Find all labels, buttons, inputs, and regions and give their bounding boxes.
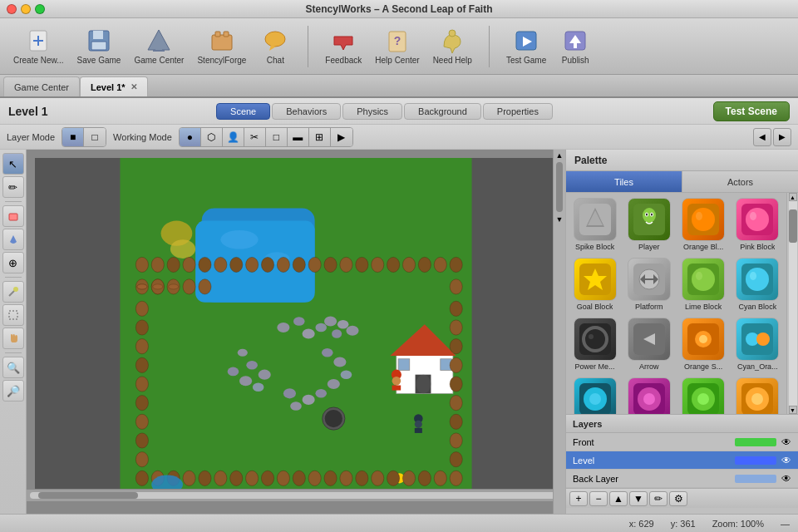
- wand-tool[interactable]: [2, 281, 24, 303]
- zoom-in-tool[interactable]: 🔍: [2, 357, 24, 378]
- feedback-button[interactable]: Feedback: [320, 24, 367, 68]
- zoom-plus-tool[interactable]: ⊕: [2, 252, 24, 273]
- layer-row-front[interactable]: Front 👁: [566, 433, 798, 451]
- layer-front-visibility[interactable]: 👁: [781, 436, 791, 448]
- palette-item-power-me[interactable]: Power Me...: [568, 314, 622, 374]
- lime-block-label: Lime Block: [685, 303, 722, 311]
- palette-item-ora-li[interactable]: Orange_Li...: [731, 374, 785, 414]
- working-mode-btn-1[interactable]: ●: [180, 128, 201, 146]
- svg-point-117: [450, 433, 462, 448]
- palette-item-cyan-lim[interactable]: Cyan_Lim...: [677, 374, 731, 414]
- game-center-button[interactable]: Game Center: [129, 24, 189, 68]
- hscroll-thumb[interactable]: [38, 492, 138, 499]
- palette-item-platform[interactable]: Platform: [622, 254, 676, 314]
- layers-settings-button[interactable]: ⚙: [669, 491, 687, 506]
- layers-up-button[interactable]: ▲: [609, 491, 628, 506]
- test-game-button[interactable]: Test Game: [501, 24, 551, 68]
- palette-item-player[interactable]: Player: [622, 195, 676, 254]
- layers-remove-button[interactable]: −: [589, 491, 608, 506]
- scene-tab-scene[interactable]: Scene: [216, 103, 270, 120]
- mode-toolbar: Layer Mode ■ □ Working Mode ● ⬡ 👤 ✂ □ ▬ …: [0, 125, 798, 150]
- publish-button[interactable]: Publish: [554, 24, 596, 68]
- palette-item-cyan-ora[interactable]: Cyan_Ora...: [731, 314, 785, 374]
- palette-scroll-down[interactable]: ▼: [789, 406, 797, 414]
- palette-item-lime-block[interactable]: Lime Block: [677, 254, 731, 314]
- palette-item-pink-block[interactable]: Pink Block: [731, 195, 785, 254]
- svg-point-178: [699, 335, 707, 343]
- save-game-button[interactable]: Save Game: [72, 24, 126, 68]
- zoom-out-tool[interactable]: 🔎: [2, 380, 24, 401]
- scroll-right-button[interactable]: ▶: [773, 128, 791, 146]
- need-help-button[interactable]: Need Help: [428, 24, 477, 68]
- stencylforge-button[interactable]: StencylForge: [192, 24, 251, 68]
- toolbar-sep-2: [489, 26, 490, 67]
- canvas-hscroll[interactable]: [27, 489, 565, 501]
- svg-point-100: [135, 320, 148, 335]
- vscroll[interactable]: ▲ ▼: [553, 150, 565, 514]
- palette-item-orange-s[interactable]: Orange S...: [677, 314, 731, 374]
- layers-down-button[interactable]: ▼: [629, 491, 648, 506]
- tab-level-1[interactable]: Level 1* ✕: [80, 76, 148, 96]
- working-mode-btn-8[interactable]: ▶: [331, 128, 352, 146]
- svg-point-24: [13, 287, 18, 292]
- working-mode-btn-5[interactable]: □: [266, 128, 288, 146]
- svg-rect-63: [392, 386, 401, 391]
- vscroll-thumb[interactable]: [556, 162, 563, 212]
- scene-tab-behaviors[interactable]: Behaviors: [272, 103, 341, 120]
- chat-button[interactable]: Chat: [254, 24, 296, 68]
- pink-block-icon: [736, 198, 779, 241]
- scene-tab-background[interactable]: Background: [404, 103, 481, 120]
- scene-tab-properties[interactable]: Properties: [483, 103, 553, 120]
- create-new-button[interactable]: Create New...: [8, 24, 69, 68]
- palette-item-cyan-block[interactable]: Cyan Block: [731, 254, 785, 314]
- working-mode-btn-6[interactable]: ▬: [288, 128, 309, 146]
- palette-item-spike-block[interactable]: Spike Block: [568, 195, 622, 254]
- hand-tool[interactable]: [2, 328, 24, 349]
- scene-tab-physics[interactable]: Physics: [342, 103, 402, 120]
- minimize-button[interactable]: [21, 4, 31, 14]
- working-mode-btn-3[interactable]: 👤: [223, 128, 244, 146]
- palette-item-orange-block[interactable]: Orange Bl...: [677, 195, 731, 254]
- power-me-label: Power Me...: [575, 362, 615, 371]
- working-mode-btn-4[interactable]: ✂: [244, 128, 266, 146]
- vscroll-up[interactable]: ▲: [554, 150, 565, 160]
- svg-point-112: [450, 339, 462, 354]
- help-center-button[interactable]: ? Help Center: [370, 24, 424, 68]
- eraser-tool[interactable]: [2, 205, 24, 227]
- palette-item-cyan-pin[interactable]: Cyan_Pin...: [622, 374, 676, 414]
- palette-scroll-up[interactable]: ▲: [789, 193, 797, 201]
- palette-item-goal-block[interactable]: Goal Block: [568, 254, 622, 314]
- vscroll-down[interactable]: ▼: [554, 214, 565, 224]
- palette-tab-actors[interactable]: Actors: [682, 171, 798, 192]
- layers-add-button[interactable]: +: [569, 491, 588, 506]
- layer-level-visibility[interactable]: 👁: [781, 455, 791, 466]
- layers-edit-button[interactable]: ✏: [649, 491, 667, 506]
- layer-back-visibility[interactable]: 👁: [781, 473, 791, 485]
- fullscreen-button[interactable]: [35, 4, 45, 14]
- palette-tab-tiles[interactable]: Tiles: [566, 171, 682, 192]
- svg-point-87: [277, 257, 289, 272]
- palette-scrollbar[interactable]: ▲ ▼: [786, 193, 798, 414]
- working-mode-btn-2[interactable]: ⬡: [201, 128, 223, 146]
- layer-row-back[interactable]: Back Layer 👁: [566, 470, 798, 488]
- palette-item-cyan-switch[interactable]: Cyan Switch: [568, 374, 622, 414]
- layer-row-level[interactable]: Level 👁: [566, 451, 798, 470]
- layer-back-color: [735, 475, 776, 483]
- tab-level-1-close[interactable]: ✕: [131, 82, 137, 91]
- layer-mode-btn-1[interactable]: ■: [62, 128, 84, 146]
- scroll-left-button[interactable]: ◀: [753, 128, 771, 146]
- palette-item-arrow[interactable]: Arrow: [622, 314, 676, 374]
- traffic-lights[interactable]: [7, 4, 45, 14]
- svg-rect-9: [212, 35, 232, 50]
- select-tool[interactable]: ↖: [2, 153, 24, 175]
- crop-tool[interactable]: [2, 304, 24, 326]
- working-mode-btn-7[interactable]: ⊞: [309, 128, 331, 146]
- layer-mode-btn-2[interactable]: □: [84, 128, 106, 146]
- pencil-tool[interactable]: ✏: [2, 176, 24, 198]
- test-scene-button[interactable]: Test Scene: [713, 101, 790, 121]
- palette-scroll-thumb[interactable]: [789, 209, 797, 243]
- tab-game-center[interactable]: Game Center: [3, 76, 80, 96]
- svg-point-45: [315, 389, 327, 398]
- close-button[interactable]: [7, 4, 17, 14]
- fill-tool[interactable]: [2, 229, 24, 250]
